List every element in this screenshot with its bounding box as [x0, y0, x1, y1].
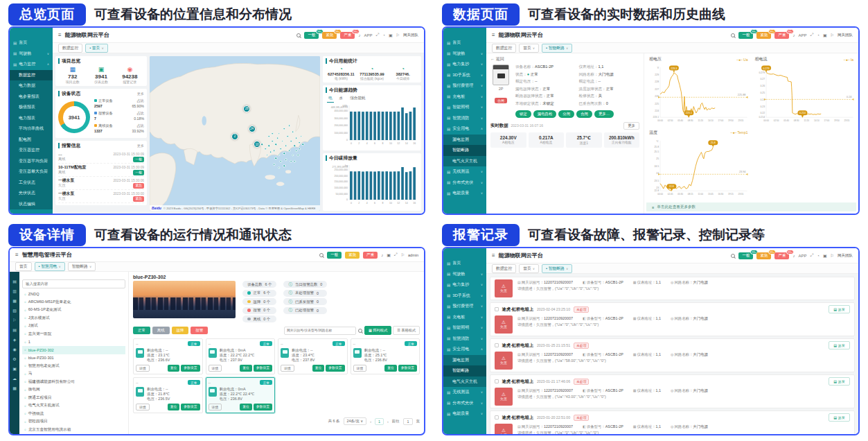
tree-item[interactable]: ○电气火灾主机测试	[22, 402, 125, 410]
row-checkbox[interactable]	[495, 379, 499, 383]
alarm-level-pill-紧急[interactable]: 紧急99+	[756, 32, 771, 39]
goto-page-input[interactable]: 1	[403, 418, 413, 425]
sidebar-subitem-智能断路[interactable]: 智能断路	[443, 145, 486, 156]
bell-icon[interactable]: ⚐	[396, 33, 400, 37]
alarm-level-pill-一般[interactable]: 一般	[327, 252, 342, 259]
breadcrumb-tab-数据监控[interactable]: 数据监控	[492, 264, 516, 273]
sidebar-subitem-漏电监测[interactable]: 漏电监测	[443, 135, 486, 146]
device-icon[interactable]: ▧	[12, 308, 17, 313]
sidebar-subitem-电气火灾主机[interactable]: 电气火灾主机	[443, 377, 486, 388]
search-icon[interactable]	[319, 253, 324, 257]
tree-item[interactable]: ○60-MS-1P老化测试	[22, 306, 125, 315]
alarm-level-pill-一般[interactable]: 一般99+	[738, 32, 753, 39]
action-button-合闸[interactable]: 合闸	[576, 110, 592, 118]
tree-item[interactable]: ○嘉兴第一医院	[22, 330, 125, 338]
tree-item[interactable]: ○J演示楼测试	[22, 314, 125, 322]
trend-tab-电[interactable]: 电	[327, 95, 334, 103]
map-cluster-marker[interactable]: 10	[254, 141, 260, 148]
sidebar-item-3D子系统[interactable]: ▤3D子系统∨	[443, 70, 486, 81]
sidebar-item-无线测温[interactable]: ▤无线测温∨	[443, 387, 486, 398]
device-card[interactable]: --正常剩余电流：0mA温度：22.2℃ 22.2℃电压：237.9V详情复位参…	[206, 338, 276, 374]
alarm-level-pill-严重[interactable]: 严重99+	[774, 32, 789, 39]
breadcrumb-tab-智能断路[interactable]: 智能断路∨	[68, 262, 96, 271]
button-复位[interactable]: 复位	[168, 365, 180, 372]
button-复位[interactable]: 复位	[312, 365, 325, 372]
sidebar-item-首页[interactable]: ▤首页	[443, 37, 486, 49]
sidebar-item-分布式光伏[interactable]: ▤分布式光伏∨	[443, 398, 486, 409]
sidebar-subitem-电参量报表[interactable]: 电参量报表	[10, 92, 53, 103]
detail-button[interactable]: 详情	[353, 365, 367, 372]
sidebar-item-无线测温[interactable]: ▤无线测温∨	[443, 166, 486, 178]
header-username[interactable]: admin	[408, 253, 418, 257]
realtime-more-button[interactable]: 更多	[623, 122, 639, 130]
alarm-level-pill-严重[interactable]: 严重99+	[774, 252, 789, 259]
tree-item[interactable]: ○智慧用电老化测试	[22, 362, 125, 370]
dispatch-button[interactable]: ▤ 派发	[829, 341, 850, 349]
hamburger-icon[interactable]: ≡	[492, 252, 495, 259]
tree-item[interactable]: ○blue-PZ30-301	[22, 354, 125, 363]
device-status-more-link[interactable]: 更多	[137, 92, 144, 96]
header-username[interactable]: 网关团队	[403, 33, 418, 37]
trend-tab-综合能耗[interactable]: 综合能耗	[348, 95, 366, 103]
button-复位[interactable]: 复位	[240, 404, 252, 410]
tree-item[interactable]: ○马	[22, 370, 125, 379]
tree-item[interactable]: ○微电网	[22, 386, 125, 395]
breadcrumb-tab-数据监控[interactable]: 数据监控	[58, 44, 82, 53]
breadcrumb-tab-首页[interactable]: • 首页∨	[85, 44, 108, 53]
snapshot-icon[interactable]: ▣	[389, 33, 393, 37]
snapshot-icon[interactable]: ▣	[387, 252, 391, 257]
sidebar-subitem-配电图[interactable]: 配电图	[10, 135, 53, 146]
action-button-漏电自检[interactable]: 漏电自检	[533, 110, 557, 118]
snapshot-icon[interactable]: ▣	[823, 33, 827, 37]
button-参数设置[interactable]: 参数设置	[398, 365, 417, 372]
more-params-bar[interactable]: ≡ 单击此处查看更多参数	[646, 202, 856, 211]
chart-icon[interactable]: ▦	[12, 298, 17, 303]
sidebar-item-智能照明[interactable]: ▤智能照明∨	[443, 102, 486, 113]
mute-icon[interactable]: ♪	[792, 254, 795, 258]
view-mode-表格模式[interactable]: ☰ 表格模式	[393, 326, 420, 335]
view-mode-阵列模式[interactable]: ▦ 阵列模式	[364, 326, 391, 335]
button-参数设置[interactable]: 参数设置	[181, 404, 200, 410]
device-card[interactable]: --正常剩余电流：--温度：23.4℃电压：237.8V详情复位参数设置	[278, 338, 348, 374]
row-checkbox[interactable]	[495, 307, 499, 311]
sidebar-subitem-电力报表[interactable]: 电力报表	[10, 113, 53, 124]
app-label[interactable]: APP	[798, 33, 806, 37]
tree-item[interactable]: ○有线测试	[22, 434, 125, 435]
monitor-icon[interactable]: ▥	[12, 288, 17, 293]
sidebar-subitem-平均功率曲线[interactable]: 平均功率曲线	[10, 123, 53, 135]
device-card[interactable]: --正常剩余电流：--温度：25.1℃电压：236.8V详情复位参数设置	[351, 338, 420, 374]
sidebar-subitem-极值报表[interactable]: 极值报表	[10, 102, 53, 113]
hamburger-icon[interactable]: ≡	[492, 32, 495, 38]
sidebar-subitem-电力数据[interactable]: 电力数据	[10, 80, 53, 92]
cloud-icon[interactable]: ☁	[12, 376, 17, 381]
dispatch-button[interactable]: ▤ 派发	[829, 377, 850, 386]
button-参数设置[interactable]: 参数设置	[326, 365, 344, 372]
header-username[interactable]: 网关团队	[838, 33, 853, 37]
button-参数设置[interactable]: 参数设置	[254, 404, 272, 410]
sidebar-subitem-变压器监控[interactable]: 变压器监控	[10, 145, 53, 156]
sidebar-subitem-漏电监测[interactable]: 漏电监测	[443, 355, 486, 366]
search-icon[interactable]	[731, 254, 735, 258]
sidebar-subitem-光伏状态[interactable]: 光伏状态	[10, 188, 53, 199]
fullscreen-icon[interactable]: ⤢	[811, 253, 814, 258]
hamburger-icon[interactable]: ≡	[58, 32, 62, 38]
tree-item[interactable]: ○1	[22, 338, 125, 347]
fullscreen-icon[interactable]: ⤢	[811, 33, 814, 37]
back-link[interactable]: ← 返回	[490, 56, 639, 62]
map[interactable]: Baidu © 2023 Baidu - GS(2023)234号 - 甲测资字…	[150, 56, 320, 211]
detail-button[interactable]: 详情	[136, 365, 150, 372]
menu-icon[interactable]: ▤	[12, 279, 17, 284]
sidebar-item-智慧消防[interactable]: ▤智慧消防∨	[443, 334, 486, 345]
alarm-info-item[interactable]: 10-11TM配电室2023-03-31 15:30:09离线一般	[58, 164, 144, 177]
map-cluster-marker[interactable]: 2	[231, 133, 238, 140]
alarm-info-item[interactable]: 一楼水泵2023-03-31 15:30:06欠压紧急	[58, 177, 144, 190]
action-button-分闸[interactable]: 分闸	[558, 110, 574, 118]
detail-button[interactable]: 详情	[136, 404, 150, 410]
action-button-锁定[interactable]: 锁定	[515, 110, 531, 118]
breadcrumb-tab-首页[interactable]: 首页∨	[519, 264, 539, 273]
map-icon[interactable]: ◈	[13, 337, 17, 342]
sidebar-subitem-数据监控[interactable]: 数据监控	[10, 70, 53, 81]
per-page-select[interactable]: 24条/页 ∨	[344, 417, 367, 425]
device-card[interactable]: --正常剩余电流：--温度：23.1℃电压：236.6V详情复位参数设置	[133, 338, 203, 374]
device-card[interactable]: --正常剩余电流：--温度：21.8℃电压：236.5V详情复位参数设置	[133, 377, 203, 413]
